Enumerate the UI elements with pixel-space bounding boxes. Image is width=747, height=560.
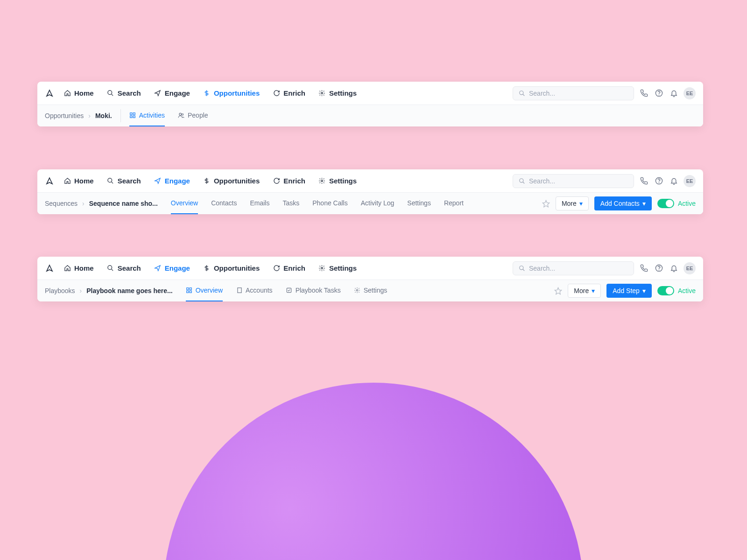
svg-point-41 — [356, 289, 358, 291]
chevron-right-icon: › — [88, 112, 91, 119]
tab-label: Report — [444, 199, 464, 207]
tab-activity-log[interactable]: Activity Log — [361, 193, 395, 214]
add-step-button[interactable]: Add Step ▾ — [606, 284, 652, 298]
search-box[interactable] — [513, 86, 634, 100]
tab-overview[interactable]: Overview — [186, 280, 223, 301]
nav-home[interactable]: Home — [63, 264, 94, 272]
tab-tasks[interactable]: Tasks — [282, 193, 299, 214]
search-input[interactable] — [529, 177, 628, 185]
bell-icon[interactable] — [669, 176, 679, 186]
active-toggle[interactable] — [657, 199, 674, 208]
help-icon[interactable] — [654, 88, 664, 98]
avatar[interactable]: EE — [684, 262, 696, 274]
star-icon[interactable] — [542, 200, 550, 208]
help-icon[interactable] — [654, 263, 664, 273]
sub-nav: Sequences › Sequence name sho... Overvie… — [37, 193, 703, 214]
nav-search[interactable]: Search — [107, 264, 141, 272]
svg-point-4 — [520, 91, 523, 94]
nav-opportunities[interactable]: Opportunities — [203, 177, 260, 185]
tab-overview[interactable]: Overview — [171, 193, 198, 214]
caret-down-icon: ▾ — [592, 287, 595, 294]
gear-icon — [318, 177, 326, 185]
nav-engage[interactable]: Engage — [154, 177, 190, 185]
svg-point-30 — [659, 270, 659, 270]
more-button[interactable]: More ▾ — [556, 196, 589, 210]
nav-search[interactable]: Search — [107, 177, 141, 185]
search-input[interactable] — [529, 265, 628, 272]
search-icon — [519, 265, 525, 272]
header-card-playbooks: Home Search Engage Opportunities Enrich … — [37, 257, 703, 301]
tab-playbook-tasks[interactable]: Playbook Tasks — [286, 280, 341, 301]
nav-settings[interactable]: Settings — [318, 89, 357, 97]
svg-marker-22 — [543, 200, 549, 207]
nav-home[interactable]: Home — [63, 89, 94, 97]
logo[interactable] — [45, 176, 54, 186]
breadcrumb-current: Moki. — [95, 112, 112, 119]
svg-rect-35 — [237, 288, 241, 293]
nav-opportunities[interactable]: Opportunities — [203, 264, 260, 272]
add-contacts-button[interactable]: Add Contacts ▾ — [594, 196, 652, 210]
logo[interactable] — [45, 89, 54, 98]
chevron-right-icon: › — [80, 287, 82, 294]
tab-accounts[interactable]: Accounts — [236, 280, 273, 301]
search-box[interactable] — [513, 261, 634, 275]
svg-line-15 — [112, 182, 113, 183]
nav-label: Home — [74, 177, 94, 185]
tab-people[interactable]: People — [178, 105, 208, 126]
nav-label: Enrich — [283, 177, 305, 185]
nav-label: Search — [118, 177, 141, 185]
nav-label: Opportunities — [214, 89, 260, 97]
breadcrumb-item[interactable]: Playbooks — [45, 287, 75, 294]
more-button[interactable]: More ▾ — [568, 284, 601, 298]
tab-settings[interactable]: Settings — [354, 280, 388, 301]
help-icon[interactable] — [654, 176, 664, 186]
nav-search[interactable]: Search — [107, 89, 141, 97]
top-nav: Home Search Engage Opportunities Enrich … — [37, 257, 703, 280]
nav-opportunities[interactable]: Opportunities — [203, 89, 260, 97]
logo[interactable] — [45, 264, 54, 273]
tab-activities[interactable]: Activities — [129, 105, 165, 126]
tab-label: Contacts — [211, 199, 237, 207]
toggle-label: Active — [678, 287, 696, 294]
search-input[interactable] — [529, 90, 628, 97]
nav-enrich[interactable]: Enrich — [273, 177, 305, 185]
caret-down-icon: ▾ — [642, 200, 646, 207]
tab-settings[interactable]: Settings — [407, 193, 431, 214]
avatar[interactable]: EE — [684, 175, 696, 187]
search-icon — [519, 178, 525, 184]
svg-rect-32 — [190, 288, 191, 290]
tab-emails[interactable]: Emails — [250, 193, 269, 214]
avatar[interactable]: EE — [684, 87, 696, 99]
svg-line-28 — [523, 269, 525, 271]
bell-icon[interactable] — [669, 88, 679, 98]
nav-settings[interactable]: Settings — [318, 177, 357, 185]
home-icon — [63, 265, 71, 272]
home-icon — [63, 90, 71, 97]
star-icon[interactable] — [554, 287, 562, 295]
breadcrumb-item[interactable]: Sequences — [45, 200, 78, 207]
breadcrumb-item[interactable]: Opportunities — [45, 112, 84, 119]
nav-engage[interactable]: Engage — [154, 264, 190, 272]
phone-icon[interactable] — [639, 176, 649, 186]
gear-icon — [318, 90, 326, 97]
bell-icon[interactable] — [669, 263, 679, 273]
nav-enrich[interactable]: Enrich — [273, 264, 305, 272]
send-icon — [154, 90, 162, 97]
tab-label: Accounts — [246, 287, 273, 294]
search-icon — [107, 265, 114, 272]
nav-engage[interactable]: Engage — [154, 89, 190, 97]
search-icon — [519, 90, 525, 97]
nav-label: Settings — [329, 264, 357, 272]
checklist-icon — [286, 287, 293, 294]
tab-report[interactable]: Report — [444, 193, 464, 214]
active-toggle[interactable] — [657, 286, 674, 295]
tab-contacts[interactable]: Contacts — [211, 193, 237, 214]
nav-label: Settings — [329, 89, 357, 97]
nav-enrich[interactable]: Enrich — [273, 89, 305, 97]
phone-icon[interactable] — [639, 88, 649, 98]
nav-settings[interactable]: Settings — [318, 264, 357, 272]
search-box[interactable] — [513, 174, 634, 188]
tab-phone-calls[interactable]: Phone Calls — [312, 193, 348, 214]
nav-home[interactable]: Home — [63, 177, 94, 185]
phone-icon[interactable] — [639, 263, 649, 273]
